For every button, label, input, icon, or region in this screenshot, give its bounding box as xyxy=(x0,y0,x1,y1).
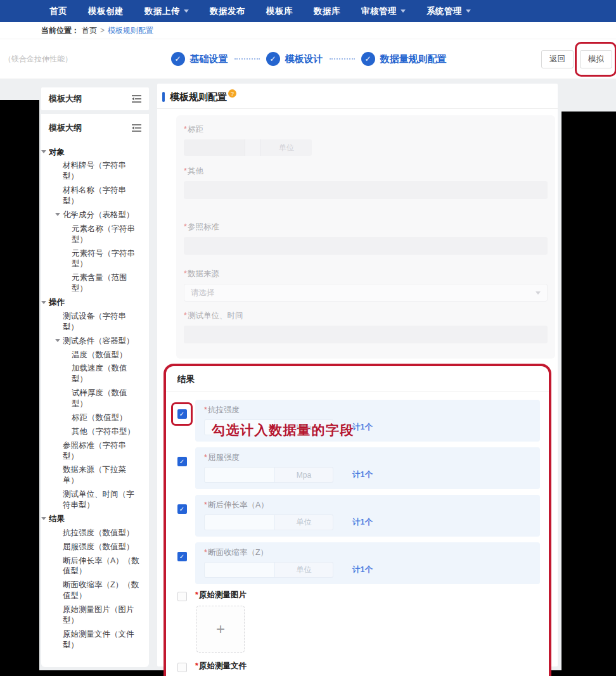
form-field: *其他 xyxy=(184,166,548,199)
chevron-down-icon xyxy=(401,10,406,13)
number-input[interactable] xyxy=(204,467,275,483)
tree-item[interactable]: 原始测量图片（图片型） xyxy=(41,603,145,628)
row-checkbox[interactable] xyxy=(177,592,187,601)
menu-fold-icon[interactable] xyxy=(132,95,141,103)
tree-item[interactable]: 结果 xyxy=(41,512,145,526)
tree-item[interactable]: 其他（字符串型） xyxy=(41,424,145,438)
nav-item-2[interactable]: 数据上传 xyxy=(144,6,189,17)
unit-select[interactable]: 单位 xyxy=(275,514,333,530)
tree-item[interactable]: 试样厚度（数值型） xyxy=(41,386,145,411)
tree-item[interactable]: 测试设备（字符串型） xyxy=(41,309,145,334)
tree-item-label: 试样厚度（数值型） xyxy=(72,388,127,408)
result-field-label-text: 屈服强度 xyxy=(208,453,240,462)
tree-item[interactable]: 数据来源（下拉菜单） xyxy=(41,463,145,488)
tree-item[interactable]: 温度（数值型） xyxy=(41,348,145,362)
tree-item[interactable]: 操作 xyxy=(41,296,145,310)
required-star: * xyxy=(204,405,207,414)
result-field-label: *抗拉强度 xyxy=(204,405,531,416)
tree-item-label: 标距（数值型） xyxy=(72,413,127,422)
field-label-text: 其他 xyxy=(188,167,203,175)
result-row-body: *原始测量文件↑上传 xyxy=(195,661,540,676)
tree-item[interactable]: 测试条件（容器型） xyxy=(41,334,145,348)
nav-item-0[interactable]: 首页 xyxy=(49,6,67,17)
tree-item[interactable]: 标距（数值型） xyxy=(41,411,145,424)
breadcrumb-home: 首页 xyxy=(82,25,97,36)
tree-item[interactable]: 加载速度（数值型） xyxy=(41,362,145,386)
tree-item[interactable]: 材料名称（字符串型） xyxy=(41,184,145,208)
tree-item[interactable]: 化学成分（表格型） xyxy=(41,208,145,222)
tree-item[interactable]: 断面收缩率（Z）（数值型） xyxy=(41,578,145,603)
result-field-label: *原始测量文件 xyxy=(195,661,540,672)
step-3[interactable]: ✓数据量规则配置 xyxy=(361,52,447,66)
unit-select[interactable]: 单位 xyxy=(275,562,333,578)
sidebar-panel: 模板大纲 对象材料牌号（字符串型）材料名称（字符串型）化学成分（表格型）元素名称… xyxy=(41,114,149,667)
field-label: *测试单位、时间 xyxy=(184,310,548,321)
breadcrumb-current-link[interactable]: 模板规则配置 xyxy=(108,25,153,36)
tree-item[interactable]: 抗拉强度（数值型） xyxy=(41,526,145,540)
breadcrumb-prefix: 当前位置： xyxy=(41,25,79,36)
nav-item-1[interactable]: 模板创建 xyxy=(88,6,124,17)
nav-item-label: 数据发布 xyxy=(210,6,245,17)
step-label: 数据量规则配置 xyxy=(380,53,447,65)
tree-item-label: 屈服强度（数值型） xyxy=(63,542,134,551)
count-badge: 计1个 xyxy=(352,422,373,433)
tree-item-label: 化学成分（表格型） xyxy=(63,210,134,219)
step-2[interactable]: ✓模板设计 xyxy=(266,52,323,66)
tree-item[interactable]: 元素符号（字符串型） xyxy=(41,246,145,271)
nav-item-6[interactable]: 审核管理 xyxy=(361,6,406,17)
nav-item-label: 系统管理 xyxy=(427,6,462,17)
field-label-text: 数据来源 xyxy=(188,269,219,278)
required-star: * xyxy=(184,311,187,320)
tree-item[interactable]: 测试单位、时间（字符串型） xyxy=(41,488,145,513)
row-checkbox[interactable]: ✓ xyxy=(177,504,187,514)
sidebar-header-panel: 模板大纲 xyxy=(41,87,149,110)
back-button[interactable]: 返回 xyxy=(541,50,574,68)
checkbox-column xyxy=(169,661,195,676)
tree-item-label: 测试单位、时间（字符串型） xyxy=(63,490,134,509)
nav-item-4[interactable]: 模板库 xyxy=(266,6,293,17)
tree-item[interactable]: 元素名称（字符串型） xyxy=(41,222,145,246)
number-input[interactable] xyxy=(204,514,275,530)
nav-item-label: 模板库 xyxy=(266,6,293,17)
required-star: * xyxy=(195,661,198,670)
step-check-icon: ✓ xyxy=(171,52,185,66)
step-1[interactable]: ✓基础设置 xyxy=(171,52,228,66)
tree-item[interactable]: 材料牌号（字符串型） xyxy=(41,159,145,184)
nav-item-3[interactable]: 数据发布 xyxy=(210,6,245,17)
required-star: * xyxy=(184,167,187,175)
text-input[interactable] xyxy=(184,326,548,343)
data-source-select[interactable]: 请选择 xyxy=(184,284,548,302)
number-input[interactable] xyxy=(204,562,275,578)
tree-item[interactable]: 元素含量（范围型） xyxy=(41,271,145,296)
result-field-label: *屈服强度 xyxy=(204,452,531,463)
simulate-button[interactable]: 模拟 xyxy=(580,50,612,68)
text-input[interactable] xyxy=(184,181,548,199)
text-input[interactable] xyxy=(184,237,548,255)
required-star: * xyxy=(184,222,187,231)
tree-item-label: 抗拉强度（数值型） xyxy=(63,528,134,537)
required-star: * xyxy=(204,501,207,509)
chevron-down-icon xyxy=(536,291,541,295)
tree-item[interactable]: 参照标准（字符串型） xyxy=(41,438,145,463)
number-stepper[interactable] xyxy=(245,139,261,156)
nav-item-7[interactable]: 系统管理 xyxy=(427,6,471,17)
number-input[interactable] xyxy=(184,139,245,156)
tree-item[interactable]: 断后伸长率（A）（数值型） xyxy=(41,554,145,578)
image-upload-box[interactable]: + xyxy=(196,606,245,653)
nav-item-label: 模板创建 xyxy=(88,6,124,17)
unit-select[interactable]: Mpa xyxy=(275,467,333,483)
row-checkbox[interactable]: ✓ xyxy=(177,457,187,466)
nav-item-5[interactable]: 数据库 xyxy=(314,6,340,17)
breadcrumb-separator: > xyxy=(100,26,105,35)
row-checkbox[interactable] xyxy=(177,663,187,672)
tree-item-label: 温度（数值型） xyxy=(72,350,127,359)
tree-item[interactable]: 对象 xyxy=(41,145,145,159)
tree-item[interactable]: 原始测量文件（文件型） xyxy=(41,627,145,652)
unit-select[interactable]: 单位 xyxy=(261,139,312,156)
tree-item-label: 元素符号（字符串型） xyxy=(72,249,135,269)
row-checkbox[interactable]: ✓ xyxy=(177,409,187,419)
menu-fold-icon[interactable] xyxy=(132,124,141,132)
row-checkbox[interactable]: ✓ xyxy=(177,552,187,561)
help-icon[interactable]: ? xyxy=(228,89,236,98)
tree-item[interactable]: 屈服强度（数值型） xyxy=(41,540,145,554)
